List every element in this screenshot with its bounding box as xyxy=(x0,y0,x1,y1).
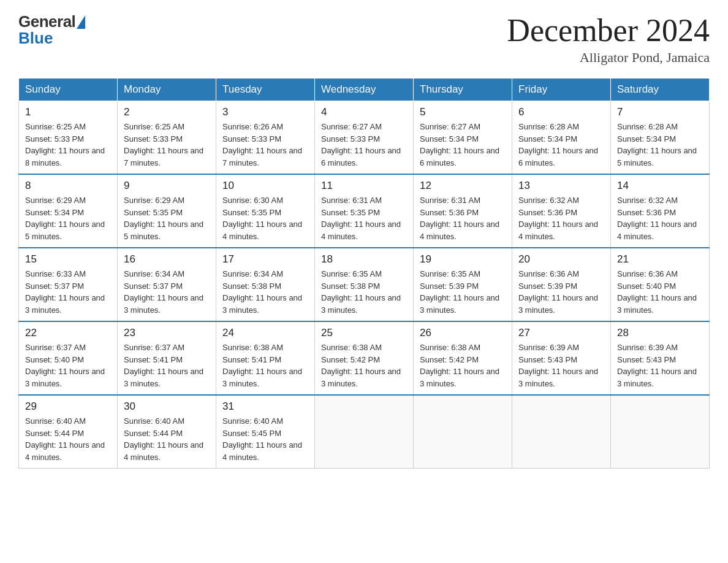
day-number: 29 xyxy=(25,400,111,413)
calendar-cell xyxy=(315,395,414,469)
calendar-header-friday: Friday xyxy=(512,79,611,101)
day-info: Sunrise: 6:34 AMSunset: 5:38 PMDaylight:… xyxy=(222,268,308,316)
day-info: Sunrise: 6:32 AMSunset: 5:36 PMDaylight:… xyxy=(617,194,703,242)
calendar-cell: 22Sunrise: 6:37 AMSunset: 5:40 PMDayligh… xyxy=(19,321,118,395)
day-number: 28 xyxy=(617,327,703,339)
day-info: Sunrise: 6:37 AMSunset: 5:41 PMDaylight:… xyxy=(124,342,210,389)
day-info: Sunrise: 6:30 AMSunset: 5:35 PMDaylight:… xyxy=(222,194,308,242)
calendar-cell: 18Sunrise: 6:35 AMSunset: 5:38 PMDayligh… xyxy=(315,248,414,321)
day-number: 26 xyxy=(420,327,506,339)
calendar-cell: 26Sunrise: 6:38 AMSunset: 5:42 PMDayligh… xyxy=(414,321,512,395)
day-number: 27 xyxy=(518,327,604,339)
calendar-table: SundayMondayTuesdayWednesdayThursdayFrid… xyxy=(18,78,710,469)
calendar-cell: 7Sunrise: 6:28 AMSunset: 5:34 PMDaylight… xyxy=(611,101,710,175)
day-number: 14 xyxy=(617,180,703,192)
calendar-week-row: 29Sunrise: 6:40 AMSunset: 5:44 PMDayligh… xyxy=(19,395,710,469)
day-info: Sunrise: 6:34 AMSunset: 5:37 PMDaylight:… xyxy=(124,268,210,316)
calendar-cell xyxy=(611,395,710,469)
day-number: 4 xyxy=(321,106,407,118)
header-right: December 2024 Alligator Pond, Jamaica xyxy=(507,12,710,66)
day-info: Sunrise: 6:36 AMSunset: 5:40 PMDaylight:… xyxy=(617,268,703,316)
day-info: Sunrise: 6:38 AMSunset: 5:42 PMDaylight:… xyxy=(321,342,407,389)
calendar-cell: 17Sunrise: 6:34 AMSunset: 5:38 PMDayligh… xyxy=(216,248,315,321)
calendar-cell: 20Sunrise: 6:36 AMSunset: 5:39 PMDayligh… xyxy=(512,248,611,321)
day-info: Sunrise: 6:31 AMSunset: 5:35 PMDaylight:… xyxy=(321,194,407,242)
logo: General Blue xyxy=(18,12,85,48)
calendar-cell: 25Sunrise: 6:38 AMSunset: 5:42 PMDayligh… xyxy=(315,321,414,395)
day-info: Sunrise: 6:38 AMSunset: 5:41 PMDaylight:… xyxy=(222,342,308,389)
day-number: 5 xyxy=(420,106,506,118)
day-number: 11 xyxy=(321,180,407,192)
day-number: 23 xyxy=(124,327,210,339)
day-info: Sunrise: 6:28 AMSunset: 5:34 PMDaylight:… xyxy=(518,121,604,169)
calendar-cell: 10Sunrise: 6:30 AMSunset: 5:35 PMDayligh… xyxy=(216,174,315,248)
calendar-cell: 16Sunrise: 6:34 AMSunset: 5:37 PMDayligh… xyxy=(118,248,216,321)
month-title: December 2024 xyxy=(507,12,710,48)
calendar-cell: 15Sunrise: 6:33 AMSunset: 5:37 PMDayligh… xyxy=(19,248,118,321)
day-info: Sunrise: 6:39 AMSunset: 5:43 PMDaylight:… xyxy=(617,342,703,389)
page-header: General Blue December 2024 Alligator Pon… xyxy=(18,12,710,66)
day-number: 25 xyxy=(321,327,407,339)
day-info: Sunrise: 6:40 AMSunset: 5:44 PMDaylight:… xyxy=(25,415,111,463)
calendar-cell: 6Sunrise: 6:28 AMSunset: 5:34 PMDaylight… xyxy=(512,101,611,175)
day-info: Sunrise: 6:26 AMSunset: 5:33 PMDaylight:… xyxy=(222,121,308,169)
day-info: Sunrise: 6:25 AMSunset: 5:33 PMDaylight:… xyxy=(25,121,111,169)
calendar-cell: 8Sunrise: 6:29 AMSunset: 5:34 PMDaylight… xyxy=(19,174,118,248)
calendar-cell: 3Sunrise: 6:26 AMSunset: 5:33 PMDaylight… xyxy=(216,101,315,175)
calendar-cell: 14Sunrise: 6:32 AMSunset: 5:36 PMDayligh… xyxy=(611,174,710,248)
calendar-cell: 5Sunrise: 6:27 AMSunset: 5:34 PMDaylight… xyxy=(414,101,512,175)
calendar-cell: 4Sunrise: 6:27 AMSunset: 5:33 PMDaylight… xyxy=(315,101,414,175)
day-info: Sunrise: 6:29 AMSunset: 5:35 PMDaylight:… xyxy=(124,194,210,242)
day-number: 16 xyxy=(124,253,210,266)
calendar-cell: 29Sunrise: 6:40 AMSunset: 5:44 PMDayligh… xyxy=(19,395,118,469)
day-info: Sunrise: 6:25 AMSunset: 5:33 PMDaylight:… xyxy=(124,121,210,169)
day-info: Sunrise: 6:35 AMSunset: 5:38 PMDaylight:… xyxy=(321,268,407,316)
day-info: Sunrise: 6:35 AMSunset: 5:39 PMDaylight:… xyxy=(420,268,506,316)
day-info: Sunrise: 6:38 AMSunset: 5:42 PMDaylight:… xyxy=(420,342,506,389)
day-number: 15 xyxy=(25,253,111,266)
day-info: Sunrise: 6:27 AMSunset: 5:34 PMDaylight:… xyxy=(420,121,506,169)
calendar-header-row: SundayMondayTuesdayWednesdayThursdayFrid… xyxy=(19,79,710,101)
calendar-cell: 11Sunrise: 6:31 AMSunset: 5:35 PMDayligh… xyxy=(315,174,414,248)
logo-blue-text: Blue xyxy=(18,29,53,48)
calendar-cell: 9Sunrise: 6:29 AMSunset: 5:35 PMDaylight… xyxy=(118,174,216,248)
calendar-header-sunday: Sunday xyxy=(19,79,118,101)
calendar-cell: 1Sunrise: 6:25 AMSunset: 5:33 PMDaylight… xyxy=(19,101,118,175)
day-info: Sunrise: 6:40 AMSunset: 5:44 PMDaylight:… xyxy=(124,415,210,463)
day-number: 8 xyxy=(25,180,111,192)
calendar-cell xyxy=(414,395,512,469)
day-info: Sunrise: 6:33 AMSunset: 5:37 PMDaylight:… xyxy=(25,268,111,316)
calendar-week-row: 1Sunrise: 6:25 AMSunset: 5:33 PMDaylight… xyxy=(19,101,710,175)
day-number: 3 xyxy=(222,106,308,118)
day-number: 13 xyxy=(518,180,604,192)
day-number: 2 xyxy=(124,106,210,118)
day-number: 24 xyxy=(222,327,308,339)
day-number: 7 xyxy=(617,106,703,118)
calendar-cell: 21Sunrise: 6:36 AMSunset: 5:40 PMDayligh… xyxy=(611,248,710,321)
day-number: 21 xyxy=(617,253,703,266)
calendar-header-saturday: Saturday xyxy=(611,79,710,101)
day-info: Sunrise: 6:36 AMSunset: 5:39 PMDaylight:… xyxy=(518,268,604,316)
calendar-header-thursday: Thursday xyxy=(414,79,512,101)
day-info: Sunrise: 6:27 AMSunset: 5:33 PMDaylight:… xyxy=(321,121,407,169)
calendar-week-row: 22Sunrise: 6:37 AMSunset: 5:40 PMDayligh… xyxy=(19,321,710,395)
day-number: 17 xyxy=(222,253,308,266)
day-number: 12 xyxy=(420,180,506,192)
calendar-week-row: 8Sunrise: 6:29 AMSunset: 5:34 PMDaylight… xyxy=(19,174,710,248)
day-info: Sunrise: 6:29 AMSunset: 5:34 PMDaylight:… xyxy=(25,194,111,242)
day-info: Sunrise: 6:32 AMSunset: 5:36 PMDaylight:… xyxy=(518,194,604,242)
calendar-cell: 2Sunrise: 6:25 AMSunset: 5:33 PMDaylight… xyxy=(118,101,216,175)
calendar-header-monday: Monday xyxy=(118,79,216,101)
calendar-header-tuesday: Tuesday xyxy=(216,79,315,101)
day-info: Sunrise: 6:28 AMSunset: 5:34 PMDaylight:… xyxy=(617,121,703,169)
location-subtitle: Alligator Pond, Jamaica xyxy=(507,50,710,66)
calendar-cell: 31Sunrise: 6:40 AMSunset: 5:45 PMDayligh… xyxy=(216,395,315,469)
logo-triangle-icon xyxy=(77,15,85,29)
day-number: 9 xyxy=(124,180,210,192)
calendar-cell: 23Sunrise: 6:37 AMSunset: 5:41 PMDayligh… xyxy=(118,321,216,395)
calendar-cell: 27Sunrise: 6:39 AMSunset: 5:43 PMDayligh… xyxy=(512,321,611,395)
day-number: 6 xyxy=(518,106,604,118)
day-number: 30 xyxy=(124,400,210,413)
calendar-week-row: 15Sunrise: 6:33 AMSunset: 5:37 PMDayligh… xyxy=(19,248,710,321)
day-number: 31 xyxy=(222,400,308,413)
